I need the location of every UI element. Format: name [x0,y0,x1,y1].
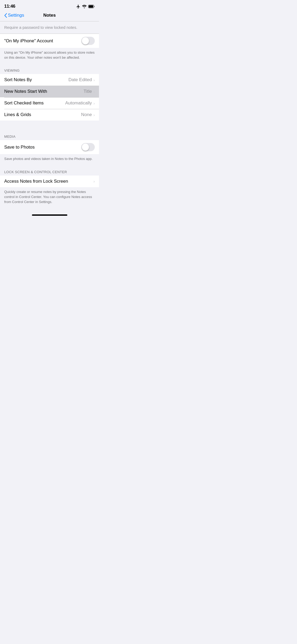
lines-grids-value: None [81,112,92,117]
gap-1 [0,121,99,130]
save-to-photos-toggle[interactable] [81,143,95,151]
back-button[interactable]: Settings [4,13,24,18]
media-group: Save to Photos [0,140,99,154]
access-notes-right: › [93,179,95,183]
password-text: Require a password to view locked notes. [4,25,77,30]
lock-screen-description-cell: Quickly create or resume notes by pressi… [0,187,99,208]
home-bar [32,214,67,216]
sort-notes-by-label: Sort Notes By [4,77,32,82]
new-notes-start-with-cell[interactable]: New Notes Start With Title › [0,86,99,97]
svg-rect-1 [89,5,93,8]
viewing-group: Sort Notes By Date Edited › New Notes St… [0,74,99,121]
battery-icon [88,5,95,8]
on-my-iphone-group: "On My iPhone" Account [0,34,99,48]
wifi-icon [82,5,87,8]
media-section-header: MEDIA [0,130,99,140]
status-bar: 11:46 [0,0,99,11]
new-notes-start-with-value: Title [84,89,92,94]
lines-grids-value-group: None › [81,112,95,117]
lines-grids-label: Lines & Grids [4,112,31,117]
password-row: Require a password to view locked notes. [0,21,99,34]
on-my-iphone-toggle[interactable] [81,37,95,45]
access-notes-cell[interactable]: Access Notes from Lock Screen › [0,176,99,187]
sort-notes-by-value: Date Edited [68,77,92,82]
nav-bar: Settings Notes [0,11,99,21]
sort-notes-by-chevron: › [93,78,95,82]
lock-screen-description: Quickly create or resume notes by pressi… [4,190,92,204]
new-notes-start-with-label: New Notes Start With [4,89,47,94]
toggle-thumb [82,37,89,44]
access-notes-chevron: › [93,179,95,183]
viewing-section-header: VIEWING [0,64,99,74]
lock-screen-group: Access Notes from Lock Screen › [0,176,99,187]
save-to-photos-label: Save to Photos [4,145,35,150]
sort-checked-items-cell[interactable]: Sort Checked Items Automatically › [0,97,99,109]
sort-checked-items-chevron: › [93,101,95,105]
back-label: Settings [8,13,24,18]
lock-screen-section-header: LOCK SCREEN & CONTROL CENTER [0,165,99,176]
lines-grids-cell[interactable]: Lines & Grids None › [0,109,99,121]
sort-notes-by-value-group: Date Edited › [68,77,95,82]
status-time: 11:46 [4,4,15,9]
sort-checked-items-value-group: Automatically › [65,100,95,106]
sort-notes-by-cell[interactable]: Sort Notes By Date Edited › [0,74,99,86]
page-title: Notes [43,13,56,18]
on-my-iphone-label: "On My iPhone" Account [4,38,53,44]
chevron-left-icon [4,13,7,18]
home-indicator [0,212,99,218]
save-to-photos-description-cell: Save photos and videos taken in Notes to… [0,154,99,165]
access-notes-label: Access Notes from Lock Screen [4,179,68,184]
status-icons [76,4,95,9]
save-to-photos-toggle-thumb [82,144,89,151]
airplane-icon [76,4,81,9]
on-my-iphone-description-cell: Using an "On My iPhone" account allows y… [0,48,99,64]
new-notes-start-with-chevron: › [93,89,95,94]
save-to-photos-description: Save photos and videos taken in Notes to… [4,157,93,161]
sort-checked-items-label: Sort Checked Items [4,100,44,106]
save-to-photos-cell[interactable]: Save to Photos [0,140,99,154]
on-my-iphone-description: Using an "On My iPhone" account allows y… [4,50,95,59]
new-notes-start-with-value-group: Title › [84,89,95,94]
on-my-iphone-cell[interactable]: "On My iPhone" Account [0,34,99,48]
lines-grids-chevron: › [93,113,95,117]
sort-checked-items-value: Automatically [65,100,92,106]
